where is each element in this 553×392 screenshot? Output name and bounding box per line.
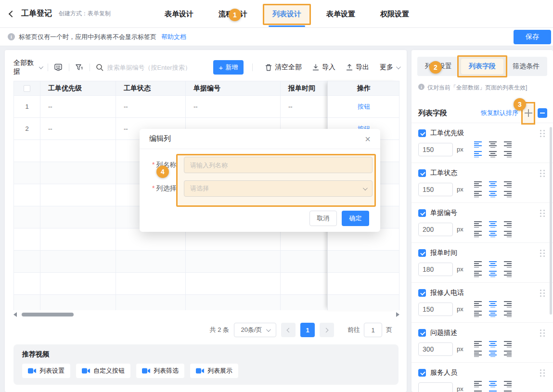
remove-column-button[interactable] [538, 108, 547, 118]
align-left-icon[interactable] [474, 141, 482, 148]
align-center-icon[interactable] [489, 351, 497, 357]
column-name-input[interactable] [184, 157, 373, 173]
select-all-checkbox[interactable] [24, 85, 30, 92]
align-left-icon[interactable] [474, 301, 482, 307]
align-left-icon[interactable] [474, 311, 482, 317]
add-column-button[interactable] [523, 108, 534, 118]
header-tab[interactable]: 表单设置 [324, 0, 357, 28]
prev-page-button[interactable] [281, 323, 296, 337]
video-button[interactable]: 列表筛选 [136, 364, 184, 378]
display-settings-icon[interactable] [54, 62, 63, 73]
align-center-icon[interactable] [489, 181, 497, 188]
confirm-button[interactable]: 确定 [342, 211, 369, 226]
align-center-icon[interactable] [489, 191, 497, 197]
header-tab[interactable]: 列表设计 [270, 0, 303, 28]
align-right-icon[interactable] [504, 271, 512, 277]
align-center-icon[interactable] [489, 141, 497, 148]
header-tab[interactable]: 权限设置 [378, 0, 411, 28]
field-checkbox[interactable] [418, 169, 426, 177]
align-left-icon[interactable] [474, 381, 482, 387]
goto-page-input[interactable] [364, 323, 382, 337]
column-select-dropdown[interactable]: 请选择 [184, 180, 373, 197]
field-checkbox[interactable] [418, 369, 426, 377]
drag-handle-icon[interactable] [540, 209, 545, 217]
drag-handle-icon[interactable] [540, 289, 545, 297]
drag-handle-icon[interactable] [540, 329, 545, 337]
align-left-icon[interactable] [474, 341, 482, 347]
search-input[interactable] [107, 64, 213, 71]
align-right-icon[interactable] [504, 341, 512, 347]
scroll-left-icon[interactable] [13, 312, 17, 317]
align-right-icon[interactable] [504, 381, 512, 387]
export-button[interactable]: 导出 [346, 63, 369, 72]
align-left-icon[interactable] [474, 221, 482, 228]
column-width-input[interactable] [418, 183, 453, 196]
sidebar-tab[interactable]: 列表字段 [461, 59, 503, 74]
field-checkbox[interactable] [418, 129, 426, 137]
align-right-icon[interactable] [504, 231, 512, 237]
align-center-icon[interactable] [489, 341, 497, 347]
align-right-icon[interactable] [504, 311, 512, 317]
clear-all-button[interactable]: 清空全部 [265, 63, 302, 72]
back-icon[interactable] [9, 10, 15, 17]
align-center-icon[interactable] [489, 151, 497, 157]
drag-handle-icon[interactable] [540, 249, 545, 257]
column-width-input[interactable] [418, 143, 453, 156]
header-tab[interactable]: 表单设计 [163, 0, 195, 28]
scrollbar-track[interactable] [20, 312, 393, 317]
filter-icon[interactable] [75, 62, 83, 73]
align-left-icon[interactable] [474, 351, 482, 357]
row-action-button[interactable]: 按钮 [358, 102, 370, 111]
drag-handle-icon[interactable] [540, 369, 545, 377]
video-button[interactable]: 列表展示 [190, 364, 238, 378]
video-button[interactable]: 自定义按钮 [76, 364, 130, 378]
field-checkbox[interactable] [418, 289, 426, 297]
align-right-icon[interactable] [504, 141, 512, 148]
drag-handle-icon[interactable] [540, 129, 545, 137]
reset-order-link[interactable]: 恢复默认排序 [481, 109, 518, 117]
column-width-input[interactable] [418, 263, 453, 276]
dataset-selector[interactable]: 全部数据 [13, 59, 42, 76]
field-checkbox[interactable] [418, 329, 426, 337]
import-button[interactable]: 导入 [312, 63, 335, 72]
scrollbar-thumb[interactable] [22, 313, 74, 316]
align-center-icon[interactable] [489, 301, 497, 307]
video-button[interactable]: 列表设置 [22, 364, 70, 378]
align-left-icon[interactable] [474, 181, 482, 188]
vertical-scrollbar-thumb[interactable] [550, 127, 552, 315]
field-checkbox[interactable] [418, 209, 426, 217]
align-center-icon[interactable] [489, 271, 497, 277]
column-width-input[interactable] [418, 223, 453, 236]
align-right-icon[interactable] [504, 151, 512, 157]
field-checkbox[interactable] [418, 249, 426, 257]
align-left-icon[interactable] [474, 231, 482, 237]
align-left-icon[interactable] [474, 271, 482, 277]
align-right-icon[interactable] [504, 261, 512, 267]
more-button[interactable]: 更多 [380, 63, 399, 72]
column-width-input[interactable] [418, 382, 453, 392]
current-page[interactable]: 1 [300, 323, 315, 337]
save-button[interactable]: 保存 [514, 30, 551, 44]
sidebar-tab[interactable]: 筛选条件 [505, 57, 547, 76]
align-center-icon[interactable] [489, 381, 497, 387]
scroll-right-icon[interactable] [396, 312, 399, 317]
next-page-button[interactable] [320, 323, 334, 337]
align-center-icon[interactable] [489, 311, 497, 317]
align-left-icon[interactable] [474, 261, 482, 267]
page-size-select[interactable]: 20条/页 [234, 323, 276, 337]
align-left-icon[interactable] [474, 191, 482, 197]
align-center-icon[interactable] [489, 221, 497, 228]
align-right-icon[interactable] [504, 221, 512, 228]
column-width-input[interactable] [418, 342, 453, 356]
align-left-icon[interactable] [474, 151, 482, 157]
align-right-icon[interactable] [504, 301, 512, 307]
align-center-icon[interactable] [489, 261, 497, 267]
align-right-icon[interactable] [504, 351, 512, 357]
align-center-icon[interactable] [489, 231, 497, 237]
align-right-icon[interactable] [504, 191, 512, 197]
close-icon[interactable]: × [365, 134, 371, 144]
drag-handle-icon[interactable] [540, 169, 545, 177]
help-doc-link[interactable]: 帮助文档 [161, 33, 186, 41]
add-button[interactable]: + 新增 [213, 60, 244, 75]
cancel-button[interactable]: 取消 [309, 211, 337, 226]
